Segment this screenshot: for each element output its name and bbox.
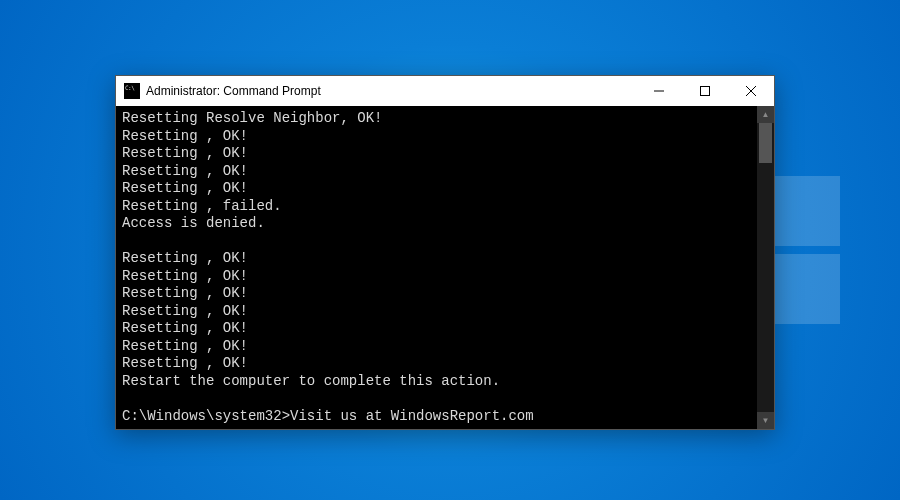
client-area: Resetting Resolve Neighbor, OK!Resetting… (116, 106, 774, 429)
terminal-line: Resetting , OK! (122, 303, 751, 321)
minimize-button[interactable] (636, 76, 682, 106)
scroll-track[interactable] (757, 123, 774, 412)
terminal-line: Resetting , OK! (122, 355, 751, 373)
terminal-line (122, 390, 751, 408)
terminal-line: Resetting , OK! (122, 285, 751, 303)
terminal-line: Resetting , OK! (122, 145, 751, 163)
terminal-line: Resetting , OK! (122, 180, 751, 198)
scroll-thumb[interactable] (759, 123, 772, 163)
scroll-down-arrow[interactable]: ▼ (757, 412, 774, 429)
terminal-line: Resetting Resolve Neighbor, OK! (122, 110, 751, 128)
close-button[interactable] (728, 76, 774, 106)
scroll-up-arrow[interactable]: ▲ (757, 106, 774, 123)
terminal-line (122, 233, 751, 251)
terminal-line: Resetting , OK! (122, 250, 751, 268)
window-controls (636, 76, 774, 106)
terminal-line: Resetting , failed. (122, 198, 751, 216)
titlebar[interactable]: Administrator: Command Prompt (116, 76, 774, 106)
maximize-button[interactable] (682, 76, 728, 106)
terminal-line: Resetting , OK! (122, 128, 751, 146)
scrollbar[interactable]: ▲ ▼ (757, 106, 774, 429)
terminal-prompt-line[interactable]: C:\Windows\system32>Visit us at WindowsR… (122, 408, 751, 426)
window-title: Administrator: Command Prompt (146, 84, 636, 98)
command-prompt-window: Administrator: Command Prompt Resetting … (115, 75, 775, 430)
terminal-line: Resetting , OK! (122, 163, 751, 181)
terminal-line: Resetting , OK! (122, 338, 751, 356)
terminal-line: Resetting , OK! (122, 320, 751, 338)
terminal-line: Resetting , OK! (122, 268, 751, 286)
terminal-line: Restart the computer to complete this ac… (122, 373, 751, 391)
terminal-line: Access is denied. (122, 215, 751, 233)
svg-rect-1 (701, 87, 710, 96)
cmd-icon (124, 83, 140, 99)
terminal-output[interactable]: Resetting Resolve Neighbor, OK!Resetting… (116, 106, 757, 429)
